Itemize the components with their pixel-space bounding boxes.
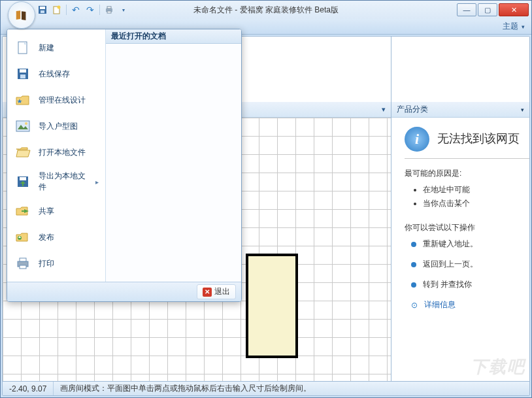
close-button[interactable]: ✕ <box>499 3 529 16</box>
new-file-icon <box>14 40 32 56</box>
bullet-icon <box>411 282 416 288</box>
svg-point-18 <box>25 122 27 125</box>
info-icon: i <box>405 127 429 152</box>
menu-item-label: 打印 <box>39 258 54 269</box>
list-item[interactable]: ⊙详细信息 <box>411 299 529 310</box>
app-window: ↶ ↷ ▾ 未命名文件 - 爱福窝 家庭装修软件 Beta版 — ▢ ✕ 主题 … <box>0 0 532 398</box>
list-item: 转到 并查找你 <box>411 279 529 290</box>
recent-header: 最近打开的文档 <box>106 29 241 44</box>
qat-separator <box>99 5 100 15</box>
svg-rect-8 <box>16 10 20 20</box>
divider <box>405 158 529 159</box>
menu-item-publish[interactable]: 发布 <box>10 224 103 250</box>
status-hint: 画房间模式：平面图中单击两点或拖动鼠标后右击输入尺寸后绘制房间。 <box>54 382 529 395</box>
print-icon <box>14 256 32 271</box>
minimize-button[interactable]: — <box>457 3 476 16</box>
menu-item-new[interactable]: 新建 <box>10 35 103 61</box>
menu-item-label: 导出为本地文件 <box>39 171 89 193</box>
qat-new-icon[interactable] <box>52 5 62 15</box>
svg-rect-26 <box>20 258 26 261</box>
svg-rect-14 <box>20 75 25 78</box>
image-icon <box>14 118 32 134</box>
list-item: 重新键入地址。 <box>411 239 529 250</box>
svg-rect-20 <box>20 177 26 180</box>
right-panel-body: i 无法找到该网页 最可能的原因是: 在地址中可能 当你点击某个 你可以尝试以下… <box>391 118 529 381</box>
right-panel-header[interactable]: 产品分类 ▾ <box>391 102 529 118</box>
svg-rect-27 <box>20 265 26 269</box>
menu-item-save-online[interactable]: 在线保存 <box>10 61 103 87</box>
menu-item-manage[interactable]: 管理在线设计 <box>10 87 103 113</box>
chevron-right-icon: ▸ <box>95 178 99 186</box>
svg-rect-2 <box>41 10 44 13</box>
canvas-dropdown[interactable]: ▾ <box>382 105 386 114</box>
menu-item-print[interactable]: 打印 <box>10 250 103 276</box>
svg-point-4 <box>58 6 61 9</box>
menu-item-label: 导入户型图 <box>39 121 78 132</box>
svg-rect-6 <box>107 7 111 8</box>
exit-button[interactable]: ✕ 退出 <box>197 284 236 299</box>
svg-rect-13 <box>20 69 26 73</box>
chevron-down-icon: ▾ <box>521 107 524 113</box>
app-menu-footer: ✕ 退出 <box>7 282 241 301</box>
svg-rect-1 <box>40 7 45 9</box>
app-menu-button[interactable] <box>8 1 35 29</box>
right-panel: 产品分类 ▾ i 无法找到该网页 最可能的原因是: 在地址中可能 当你点击某个 … <box>391 37 529 381</box>
menu-item-export-local[interactable]: 导出为本地文件 ▸ <box>10 165 103 198</box>
status-coords: -2.40, 9.07 <box>3 382 54 395</box>
qat-redo-icon[interactable]: ↷ <box>85 5 95 15</box>
window-title: 未命名文件 - 爱福窝 家庭装修软件 Beta版 <box>193 5 339 16</box>
menu-item-label: 新建 <box>39 42 54 54</box>
qat-print-icon[interactable] <box>104 5 114 15</box>
bullet-icon <box>411 242 416 247</box>
folder-open-icon <box>14 144 32 160</box>
menu-item-label: 共享 <box>39 206 54 217</box>
save-icon <box>14 66 32 82</box>
menu-item-label: 在线保存 <box>39 69 70 80</box>
error-cause-list: 在地址中可能 当你点击某个 <box>405 184 529 209</box>
app-menu: 新建 在线保存 管理在线设计 导入户型图 打开本地文件 <box>7 29 242 302</box>
room-shape[interactable] <box>246 254 298 358</box>
qat-undo-icon[interactable]: ↶ <box>71 5 81 15</box>
share-icon <box>14 203 32 219</box>
menu-item-import-plan[interactable]: 导入户型图 <box>10 113 103 139</box>
qat-separator <box>66 5 67 15</box>
app-menu-recent: 最近打开的文档 <box>105 29 241 282</box>
qat-save-icon[interactable] <box>37 5 48 15</box>
title-bar: ↶ ↷ ▾ 未命名文件 - 爱福窝 家庭装修软件 Beta版 — ▢ ✕ <box>1 1 531 19</box>
error-cause-header: 最可能的原因是: <box>405 168 529 179</box>
svg-rect-16 <box>16 121 29 131</box>
list-item: 在地址中可能 <box>423 184 529 195</box>
svg-rect-7 <box>107 11 111 13</box>
list-item: 当你点击某个 <box>423 198 529 209</box>
quick-access-toolbar: ↶ ↷ ▾ <box>37 5 129 15</box>
folder-star-icon <box>14 92 32 108</box>
error-try-header: 你可以尝试以下操作 <box>405 222 529 233</box>
menu-item-share[interactable]: 共享 <box>10 198 103 224</box>
list-item: 返回到上一页。 <box>411 259 529 270</box>
svg-rect-9 <box>22 11 25 20</box>
export-icon <box>14 174 32 190</box>
theme-dropdown[interactable]: 主题 ▾ <box>503 21 525 32</box>
chevron-down-icon: ▾ <box>522 24 525 30</box>
theme-label: 主题 <box>503 22 518 31</box>
publish-icon <box>14 229 32 245</box>
menu-item-label: 打开本地文件 <box>39 147 86 158</box>
bullet-icon <box>411 262 416 267</box>
app-menu-items: 新建 在线保存 管理在线设计 导入户型图 打开本地文件 <box>7 29 105 282</box>
menu-item-label: 管理在线设计 <box>39 95 86 106</box>
error-try-list: 重新键入地址。 返回到上一页。 转到 并查找你 ⊙详细信息 <box>405 239 529 310</box>
status-bar: -2.40, 9.07 画房间模式：平面图中单击两点或拖动鼠标后右击输入尺寸后绘… <box>3 381 529 395</box>
right-panel-title: 产品分类 <box>397 104 428 115</box>
qat-dropdown-icon[interactable]: ▾ <box>118 5 129 15</box>
expand-icon: ⊙ <box>411 301 418 310</box>
window-buttons: — ▢ ✕ <box>457 3 531 16</box>
close-icon: ✕ <box>203 288 212 297</box>
exit-label: 退出 <box>214 286 230 297</box>
maximize-button[interactable]: ▢ <box>478 3 497 16</box>
menu-item-label: 发布 <box>39 232 54 243</box>
menu-item-open-local[interactable]: 打开本地文件 <box>10 139 103 165</box>
